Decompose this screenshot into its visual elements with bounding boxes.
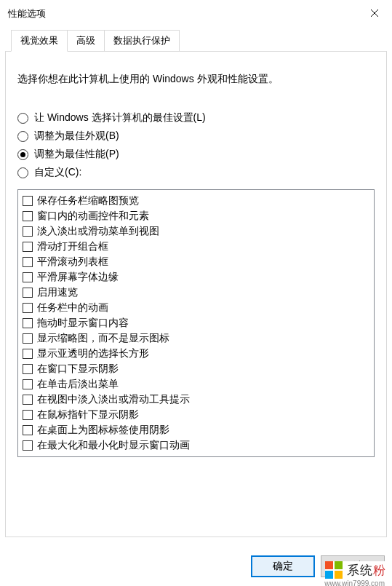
radio-best-appearance[interactable]: 调整为最佳外观(B) [17,130,375,143]
radio-label: 自定义(C): [34,166,81,179]
check-item-thumbnails[interactable]: 显示缩略图，而不是显示图标 [20,330,372,346]
check-item-smooth-scroll[interactable]: 平滑滚动列表框 [20,254,372,269]
tab-visual-effects[interactable]: 视觉效果 [11,30,68,52]
check-label: 拖动时显示窗口内容 [37,317,129,330]
watermark-text: 系统粉 [347,562,386,579]
tab-advanced[interactable]: 高级 [68,30,105,52]
close-icon [370,9,379,20]
radio-label: 调整为最佳外观(B) [34,130,119,143]
check-item-translucent-select[interactable]: 显示亚透明的选择长方形 [20,346,372,361]
check-label: 平滑屏幕字体边缘 [37,271,119,284]
ok-button[interactable]: 确定 [251,555,315,577]
tab-panel-visual-effects: 选择你想在此计算机上使用的 Windows 外观和性能设置。 让 Windows… [5,51,387,537]
checkbox-icon [23,303,33,313]
check-item-slide-combo[interactable]: 滑动打开组合框 [20,239,372,254]
instruction-text: 选择你想在此计算机上使用的 Windows 外观和性能设置。 [17,71,375,87]
check-item-taskbar-anim[interactable]: 任务栏中的动画 [20,300,372,315]
check-item-fade-tooltip[interactable]: 在视图中淡入淡出或滑动工具提示 [20,392,372,407]
check-label: 滑动打开组合框 [37,240,108,253]
check-label: 在单击后淡出菜单 [37,378,119,391]
check-item-peek[interactable]: 启用速览 [20,285,372,300]
checkbox-icon [23,379,33,389]
check-item-animate-controls[interactable]: 窗口内的动画控件和元素 [20,208,372,223]
check-item-fade-slide-menus[interactable]: 淡入淡出或滑动菜单到视图 [20,223,372,239]
checkbox-icon [23,196,33,206]
radio-group: 让 Windows 选择计算机的最佳设置(L) 调整为最佳外观(B) 调整为最佳… [17,111,375,179]
checkbox-icon [23,440,33,451]
checkbox-icon [23,318,33,328]
radio-icon [17,149,28,160]
radio-icon [17,113,28,124]
check-item-fade-after-click[interactable]: 在单击后淡出菜单 [20,376,372,392]
check-label: 平滑滚动列表框 [37,256,108,269]
radio-label: 让 Windows 选择计算机的最佳设置(L) [34,111,206,124]
checkbox-icon [23,425,33,435]
check-label: 窗口内的动画控件和元素 [37,210,149,223]
radio-custom[interactable]: 自定义(C): [17,166,375,179]
checkbox-icon [23,226,33,237]
radio-let-windows-choose[interactable]: 让 Windows 选择计算机的最佳设置(L) [17,111,375,124]
check-label: 在桌面上为图标标签使用阴影 [37,424,169,437]
check-label: 保存任务栏缩略图预览 [37,194,139,207]
check-label: 在鼠标指针下显示阴影 [37,408,139,421]
checkbox-icon [23,288,33,298]
check-label: 显示亚透明的选择长方形 [37,347,149,360]
close-button[interactable] [358,1,391,27]
radio-best-performance[interactable]: 调整为最佳性能(P) [17,148,375,161]
content-frame: 视觉效果 高级 数据执行保护 选择你想在此计算机上使用的 Windows 外观和… [5,30,387,536]
check-label: 在最大化和最小化时显示窗口动画 [37,439,190,452]
check-label: 在窗口下显示阴影 [37,363,119,376]
check-item-taskbar-thumbnail[interactable]: 保存任务栏缩略图预览 [20,193,372,208]
check-item-pointer-shadow[interactable]: 在鼠标指针下显示阴影 [20,407,372,422]
check-item-minmax-anim[interactable]: 在最大化和最小化时显示窗口动画 [20,437,372,453]
checkbox-icon [23,410,33,420]
radio-icon [17,167,28,178]
check-label: 显示缩略图，而不是显示图标 [37,332,169,345]
window-title: 性能选项 [8,7,358,20]
check-item-smooth-fonts[interactable]: 平滑屏幕字体边缘 [20,269,372,285]
check-label: 在视图中淡入淡出或滑动工具提示 [37,393,190,406]
check-item-icon-label-shadow[interactable]: 在桌面上为图标标签使用阴影 [20,422,372,437]
checkbox-icon [23,211,33,221]
radio-label: 调整为最佳性能(P) [34,148,119,161]
checkbox-icon [23,333,33,344]
checkbox-icon [23,242,33,252]
check-label: 淡入淡出或滑动菜单到视图 [37,225,159,238]
check-item-window-shadow[interactable]: 在窗口下显示阴影 [20,361,372,376]
tab-dep[interactable]: 数据执行保护 [105,30,180,52]
checkbox-icon [23,349,33,359]
watermark: 系统粉 [325,561,386,579]
watermark-url: www.win7999.com [324,579,385,586]
performance-options-dialog: 性能选项 视觉效果 高级 数据执行保护 选择你想在此计算机上使用的 Window… [0,0,392,586]
check-item-drag-content[interactable]: 拖动时显示窗口内容 [20,315,372,330]
checkbox-icon [23,257,33,267]
tab-strip: 视觉效果 高级 数据执行保护 [11,30,387,52]
windows-logo-icon [325,561,343,579]
checkbox-icon [23,272,33,282]
checkbox-icon [23,395,33,405]
radio-icon [17,131,28,142]
check-label: 启用速览 [37,286,78,299]
check-label: 任务栏中的动画 [37,301,108,314]
checkbox-icon [23,364,33,374]
titlebar: 性能选项 [1,1,391,27]
visual-effects-list[interactable]: 保存任务栏缩略图预览 窗口内的动画控件和元素 淡入淡出或滑动菜单到视图 滑动打开… [17,189,375,457]
